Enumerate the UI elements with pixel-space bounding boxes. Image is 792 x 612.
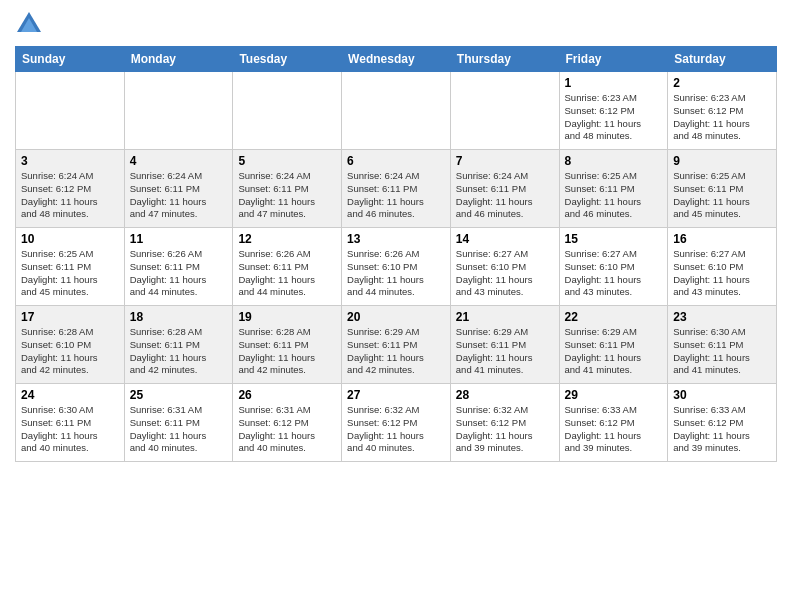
day-number: 5 bbox=[238, 154, 336, 168]
day-number: 2 bbox=[673, 76, 771, 90]
calendar-cell bbox=[233, 72, 342, 150]
logo bbox=[15, 10, 47, 38]
day-number: 21 bbox=[456, 310, 554, 324]
calendar-cell: 19Sunrise: 6:28 AM Sunset: 6:11 PM Dayli… bbox=[233, 306, 342, 384]
day-info: Sunrise: 6:29 AM Sunset: 6:11 PM Dayligh… bbox=[456, 326, 554, 377]
day-info: Sunrise: 6:31 AM Sunset: 6:12 PM Dayligh… bbox=[238, 404, 336, 455]
day-number: 24 bbox=[21, 388, 119, 402]
calendar-cell bbox=[342, 72, 451, 150]
day-info: Sunrise: 6:25 AM Sunset: 6:11 PM Dayligh… bbox=[565, 170, 663, 221]
day-number: 26 bbox=[238, 388, 336, 402]
day-number: 15 bbox=[565, 232, 663, 246]
day-info: Sunrise: 6:32 AM Sunset: 6:12 PM Dayligh… bbox=[347, 404, 445, 455]
day-info: Sunrise: 6:24 AM Sunset: 6:11 PM Dayligh… bbox=[347, 170, 445, 221]
day-info: Sunrise: 6:24 AM Sunset: 6:11 PM Dayligh… bbox=[456, 170, 554, 221]
weekday-header: Saturday bbox=[668, 47, 777, 72]
weekday-header: Sunday bbox=[16, 47, 125, 72]
page: SundayMondayTuesdayWednesdayThursdayFrid… bbox=[0, 0, 792, 472]
day-number: 25 bbox=[130, 388, 228, 402]
day-info: Sunrise: 6:24 AM Sunset: 6:12 PM Dayligh… bbox=[21, 170, 119, 221]
weekday-header: Thursday bbox=[450, 47, 559, 72]
calendar-cell: 28Sunrise: 6:32 AM Sunset: 6:12 PM Dayli… bbox=[450, 384, 559, 462]
day-number: 20 bbox=[347, 310, 445, 324]
calendar-cell: 16Sunrise: 6:27 AM Sunset: 6:10 PM Dayli… bbox=[668, 228, 777, 306]
calendar-cell: 14Sunrise: 6:27 AM Sunset: 6:10 PM Dayli… bbox=[450, 228, 559, 306]
calendar-cell: 10Sunrise: 6:25 AM Sunset: 6:11 PM Dayli… bbox=[16, 228, 125, 306]
day-number: 28 bbox=[456, 388, 554, 402]
day-number: 8 bbox=[565, 154, 663, 168]
day-number: 16 bbox=[673, 232, 771, 246]
calendar-cell bbox=[16, 72, 125, 150]
day-info: Sunrise: 6:26 AM Sunset: 6:10 PM Dayligh… bbox=[347, 248, 445, 299]
day-info: Sunrise: 6:24 AM Sunset: 6:11 PM Dayligh… bbox=[238, 170, 336, 221]
calendar-cell: 8Sunrise: 6:25 AM Sunset: 6:11 PM Daylig… bbox=[559, 150, 668, 228]
day-number: 13 bbox=[347, 232, 445, 246]
day-info: Sunrise: 6:32 AM Sunset: 6:12 PM Dayligh… bbox=[456, 404, 554, 455]
calendar-cell: 21Sunrise: 6:29 AM Sunset: 6:11 PM Dayli… bbox=[450, 306, 559, 384]
day-number: 1 bbox=[565, 76, 663, 90]
day-info: Sunrise: 6:29 AM Sunset: 6:11 PM Dayligh… bbox=[565, 326, 663, 377]
day-number: 18 bbox=[130, 310, 228, 324]
day-info: Sunrise: 6:25 AM Sunset: 6:11 PM Dayligh… bbox=[21, 248, 119, 299]
calendar-cell: 1Sunrise: 6:23 AM Sunset: 6:12 PM Daylig… bbox=[559, 72, 668, 150]
calendar-cell: 20Sunrise: 6:29 AM Sunset: 6:11 PM Dayli… bbox=[342, 306, 451, 384]
day-info: Sunrise: 6:33 AM Sunset: 6:12 PM Dayligh… bbox=[673, 404, 771, 455]
calendar-cell: 27Sunrise: 6:32 AM Sunset: 6:12 PM Dayli… bbox=[342, 384, 451, 462]
calendar-week-row: 3Sunrise: 6:24 AM Sunset: 6:12 PM Daylig… bbox=[16, 150, 777, 228]
day-number: 29 bbox=[565, 388, 663, 402]
day-info: Sunrise: 6:30 AM Sunset: 6:11 PM Dayligh… bbox=[21, 404, 119, 455]
calendar-week-row: 24Sunrise: 6:30 AM Sunset: 6:11 PM Dayli… bbox=[16, 384, 777, 462]
day-number: 4 bbox=[130, 154, 228, 168]
calendar-table: SundayMondayTuesdayWednesdayThursdayFrid… bbox=[15, 46, 777, 462]
day-info: Sunrise: 6:26 AM Sunset: 6:11 PM Dayligh… bbox=[238, 248, 336, 299]
day-info: Sunrise: 6:25 AM Sunset: 6:11 PM Dayligh… bbox=[673, 170, 771, 221]
day-number: 9 bbox=[673, 154, 771, 168]
calendar-week-row: 10Sunrise: 6:25 AM Sunset: 6:11 PM Dayli… bbox=[16, 228, 777, 306]
calendar-cell: 5Sunrise: 6:24 AM Sunset: 6:11 PM Daylig… bbox=[233, 150, 342, 228]
calendar-week-row: 17Sunrise: 6:28 AM Sunset: 6:10 PM Dayli… bbox=[16, 306, 777, 384]
day-number: 10 bbox=[21, 232, 119, 246]
calendar-cell: 22Sunrise: 6:29 AM Sunset: 6:11 PM Dayli… bbox=[559, 306, 668, 384]
day-info: Sunrise: 6:24 AM Sunset: 6:11 PM Dayligh… bbox=[130, 170, 228, 221]
day-number: 6 bbox=[347, 154, 445, 168]
calendar-cell: 7Sunrise: 6:24 AM Sunset: 6:11 PM Daylig… bbox=[450, 150, 559, 228]
day-info: Sunrise: 6:31 AM Sunset: 6:11 PM Dayligh… bbox=[130, 404, 228, 455]
weekday-header: Wednesday bbox=[342, 47, 451, 72]
calendar-cell: 30Sunrise: 6:33 AM Sunset: 6:12 PM Dayli… bbox=[668, 384, 777, 462]
day-info: Sunrise: 6:26 AM Sunset: 6:11 PM Dayligh… bbox=[130, 248, 228, 299]
calendar-cell: 26Sunrise: 6:31 AM Sunset: 6:12 PM Dayli… bbox=[233, 384, 342, 462]
day-number: 11 bbox=[130, 232, 228, 246]
day-number: 22 bbox=[565, 310, 663, 324]
day-info: Sunrise: 6:27 AM Sunset: 6:10 PM Dayligh… bbox=[565, 248, 663, 299]
day-number: 30 bbox=[673, 388, 771, 402]
calendar-week-row: 1Sunrise: 6:23 AM Sunset: 6:12 PM Daylig… bbox=[16, 72, 777, 150]
calendar-cell bbox=[450, 72, 559, 150]
day-number: 14 bbox=[456, 232, 554, 246]
calendar-header-row: SundayMondayTuesdayWednesdayThursdayFrid… bbox=[16, 47, 777, 72]
day-info: Sunrise: 6:23 AM Sunset: 6:12 PM Dayligh… bbox=[673, 92, 771, 143]
day-info: Sunrise: 6:30 AM Sunset: 6:11 PM Dayligh… bbox=[673, 326, 771, 377]
calendar-cell bbox=[124, 72, 233, 150]
weekday-header: Monday bbox=[124, 47, 233, 72]
day-number: 17 bbox=[21, 310, 119, 324]
calendar-cell: 17Sunrise: 6:28 AM Sunset: 6:10 PM Dayli… bbox=[16, 306, 125, 384]
day-info: Sunrise: 6:27 AM Sunset: 6:10 PM Dayligh… bbox=[673, 248, 771, 299]
calendar-cell: 4Sunrise: 6:24 AM Sunset: 6:11 PM Daylig… bbox=[124, 150, 233, 228]
day-info: Sunrise: 6:27 AM Sunset: 6:10 PM Dayligh… bbox=[456, 248, 554, 299]
day-info: Sunrise: 6:28 AM Sunset: 6:10 PM Dayligh… bbox=[21, 326, 119, 377]
calendar-cell: 25Sunrise: 6:31 AM Sunset: 6:11 PM Dayli… bbox=[124, 384, 233, 462]
day-number: 12 bbox=[238, 232, 336, 246]
calendar-cell: 18Sunrise: 6:28 AM Sunset: 6:11 PM Dayli… bbox=[124, 306, 233, 384]
header bbox=[15, 10, 777, 38]
calendar-cell: 24Sunrise: 6:30 AM Sunset: 6:11 PM Dayli… bbox=[16, 384, 125, 462]
calendar-cell: 6Sunrise: 6:24 AM Sunset: 6:11 PM Daylig… bbox=[342, 150, 451, 228]
day-number: 27 bbox=[347, 388, 445, 402]
day-number: 19 bbox=[238, 310, 336, 324]
calendar-cell: 23Sunrise: 6:30 AM Sunset: 6:11 PM Dayli… bbox=[668, 306, 777, 384]
calendar-cell: 9Sunrise: 6:25 AM Sunset: 6:11 PM Daylig… bbox=[668, 150, 777, 228]
calendar-cell: 3Sunrise: 6:24 AM Sunset: 6:12 PM Daylig… bbox=[16, 150, 125, 228]
logo-icon bbox=[15, 10, 43, 38]
day-info: Sunrise: 6:33 AM Sunset: 6:12 PM Dayligh… bbox=[565, 404, 663, 455]
calendar-cell: 11Sunrise: 6:26 AM Sunset: 6:11 PM Dayli… bbox=[124, 228, 233, 306]
day-info: Sunrise: 6:28 AM Sunset: 6:11 PM Dayligh… bbox=[238, 326, 336, 377]
